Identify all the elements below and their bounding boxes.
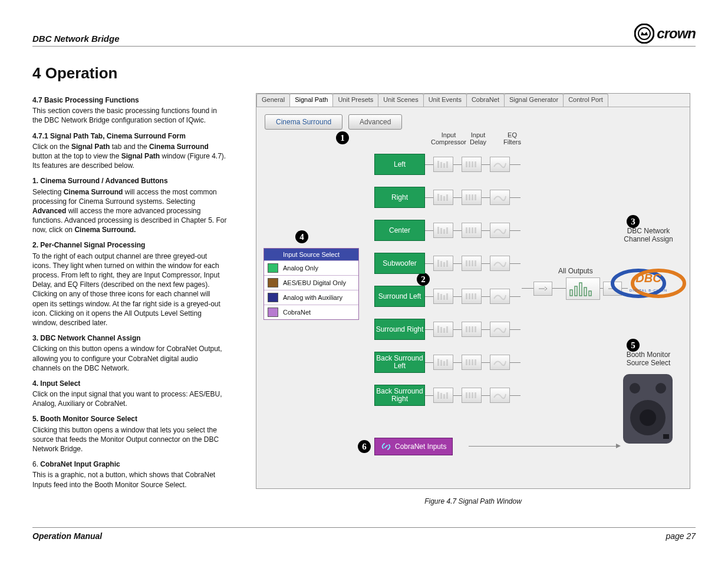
svg-rect-42 bbox=[437, 326, 439, 333]
p-4-7: This section covers the basic processing… bbox=[32, 106, 227, 125]
legend-item[interactable]: Analog with Auxiliary bbox=[264, 290, 358, 305]
svg-rect-45 bbox=[446, 326, 448, 333]
svg-rect-24 bbox=[472, 227, 473, 233]
input-source-select-legend: Input Source Select Analog OnlyAES/EBU D… bbox=[263, 248, 359, 320]
tab-unit-presets[interactable]: Unit Presets bbox=[332, 94, 378, 107]
p-item-3: Clicking on this button opens a window f… bbox=[32, 344, 227, 373]
all-outputs-button[interactable] bbox=[566, 277, 600, 300]
booth-monitor-button[interactable] bbox=[620, 371, 676, 447]
eq-filters-button[interactable] bbox=[490, 223, 510, 238]
tab-signal-path[interactable]: Signal Path bbox=[289, 94, 333, 107]
svg-rect-80 bbox=[663, 434, 669, 439]
svg-rect-46 bbox=[466, 326, 467, 332]
tab-unit-scenes[interactable]: Unit Scenes bbox=[378, 94, 423, 107]
input-compressor-button[interactable] bbox=[433, 190, 453, 205]
sub-item-1: 1. Cinema Surround / Advanced Buttons bbox=[32, 176, 227, 186]
crown-icon bbox=[634, 24, 654, 44]
channel-surround-right[interactable]: Surround Right bbox=[374, 319, 425, 340]
sub-4-7: 4.7 Basic Processing Functions bbox=[32, 95, 227, 105]
input-delay-button[interactable] bbox=[462, 223, 482, 238]
p-item-5: Clicking this button opens a window that… bbox=[32, 425, 227, 454]
legend-item[interactable]: Analog Only bbox=[264, 260, 358, 275]
input-compressor-button[interactable] bbox=[433, 355, 453, 370]
svg-rect-13 bbox=[446, 194, 448, 201]
tab-cobranet[interactable]: CobraNet bbox=[466, 94, 505, 107]
legend-item[interactable]: CobraNet bbox=[264, 305, 358, 319]
input-delay-button[interactable] bbox=[462, 355, 482, 370]
channel-surround-left[interactable]: Surround Left bbox=[374, 286, 425, 307]
legend-swatch bbox=[268, 308, 278, 317]
channel-row: Back Surround Left bbox=[374, 352, 521, 373]
eq-filters-button[interactable] bbox=[490, 388, 510, 403]
p-item-6: This is a graphic, not a button, which s… bbox=[32, 470, 227, 489]
svg-rect-28 bbox=[443, 262, 445, 267]
legend-label: CobraNet bbox=[283, 309, 311, 316]
channel-back-surround-right[interactable]: Back Surround Right bbox=[374, 385, 425, 406]
eq-filters-button[interactable] bbox=[490, 256, 510, 271]
svg-rect-16 bbox=[472, 194, 473, 200]
channel-left[interactable]: Left bbox=[374, 154, 425, 175]
eq-filters-button[interactable] bbox=[490, 322, 510, 337]
input-compressor-button[interactable] bbox=[433, 223, 453, 238]
input-delay-button[interactable] bbox=[462, 157, 482, 172]
channel-row: Subwoofer bbox=[374, 253, 521, 274]
input-compressor-button[interactable] bbox=[433, 322, 453, 337]
dbc-logo[interactable]: DBC DIGITAL B-CHAIN bbox=[610, 265, 687, 302]
svg-rect-59 bbox=[440, 393, 442, 399]
svg-rect-65 bbox=[475, 392, 476, 398]
svg-rect-10 bbox=[437, 194, 439, 201]
tab-control-port[interactable]: Control Port bbox=[563, 94, 608, 107]
legend-item[interactable]: AES/EBU Digital Only bbox=[264, 275, 358, 290]
svg-rect-38 bbox=[466, 293, 467, 299]
brand-logo: crown bbox=[634, 24, 696, 44]
cobranet-inputs-graphic: CobraNet Inputs bbox=[374, 438, 453, 455]
svg-rect-4 bbox=[443, 163, 445, 168]
svg-rect-26 bbox=[437, 260, 439, 267]
svg-rect-25 bbox=[475, 227, 476, 233]
svg-rect-21 bbox=[446, 227, 448, 234]
svg-rect-18 bbox=[437, 227, 439, 234]
tab-unit-events[interactable]: Unit Events bbox=[423, 94, 467, 107]
svg-rect-54 bbox=[466, 359, 467, 365]
eq-filters-button[interactable] bbox=[490, 190, 510, 205]
eq-filters-button[interactable] bbox=[490, 355, 510, 370]
channel-subwoofer[interactable]: Subwoofer bbox=[374, 253, 425, 274]
cinema-surround-button[interactable]: Cinema Surround bbox=[265, 114, 342, 130]
input-compressor-button[interactable] bbox=[433, 388, 453, 403]
input-delay-button[interactable] bbox=[462, 289, 482, 304]
tab-signal-generator[interactable]: Signal Generator bbox=[504, 94, 564, 107]
tab-general[interactable]: General bbox=[256, 94, 290, 107]
callout-1: 1 bbox=[336, 131, 349, 144]
sub-item-4: 4. Input Select bbox=[32, 379, 227, 388]
p-item-2: To the right of each output channel are … bbox=[32, 252, 227, 328]
input-delay-button[interactable] bbox=[462, 190, 482, 205]
input-delay-button[interactable] bbox=[462, 256, 482, 271]
svg-rect-8 bbox=[472, 161, 473, 167]
svg-rect-23 bbox=[469, 227, 470, 233]
svg-point-0 bbox=[635, 24, 654, 43]
input-delay-button[interactable] bbox=[462, 322, 482, 337]
channel-row: Back Surround Right bbox=[374, 385, 521, 406]
svg-rect-12 bbox=[443, 196, 445, 201]
channel-row: Right bbox=[374, 187, 521, 208]
input-compressor-button[interactable] bbox=[433, 157, 453, 172]
svg-text:DIGITAL B-CHAIN: DIGITAL B-CHAIN bbox=[630, 289, 667, 292]
svg-rect-57 bbox=[475, 359, 476, 365]
doc-title: DBC Network Bridge bbox=[32, 34, 120, 44]
svg-point-79 bbox=[640, 409, 656, 426]
sub-item-6: 6. CobraNet Input Graphic bbox=[32, 459, 227, 469]
channel-right[interactable]: Right bbox=[374, 187, 425, 208]
input-compressor-button[interactable] bbox=[433, 256, 453, 271]
p-item-1: Selecting Cinema Surround will access th… bbox=[32, 187, 227, 235]
tab-bar: GeneralSignal PathUnit PresetsUnit Scene… bbox=[256, 94, 690, 107]
eq-filters-button[interactable] bbox=[490, 289, 510, 304]
input-delay-button[interactable] bbox=[462, 388, 482, 403]
svg-rect-6 bbox=[466, 161, 467, 167]
eq-filters-button[interactable] bbox=[490, 157, 510, 172]
channel-back-surround-left[interactable]: Back Surround Left bbox=[374, 352, 425, 373]
channel-center[interactable]: Center bbox=[374, 220, 425, 241]
input-compressor-button[interactable] bbox=[433, 289, 453, 304]
booth-monitor-label: Booth MonitorSource Select bbox=[610, 351, 687, 367]
bus-connector-icon[interactable] bbox=[533, 282, 552, 296]
svg-rect-34 bbox=[437, 293, 439, 300]
